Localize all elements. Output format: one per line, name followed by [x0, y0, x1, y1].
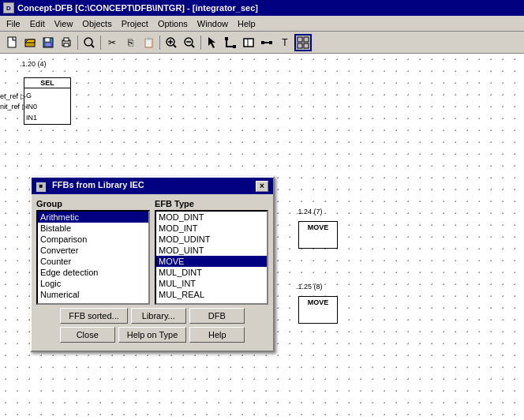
grid-button[interactable] [294, 34, 312, 51]
cut-button[interactable]: ✂ [103, 34, 121, 51]
menu-file[interactable]: File [2, 17, 25, 30]
efb-item-mod-udint[interactable]: MOD_UDINT [156, 234, 267, 245]
efb-column: EFB Type MOD_DINT MOD_INT MOD_UDINT MOD_… [155, 199, 268, 305]
group-column: Group Arithmetic Bistable Comparison Con… [36, 199, 150, 305]
efb-item-mul-int[interactable]: MUL_INT [156, 278, 267, 289]
move-block-1-title: MOVE [299, 222, 337, 233]
block-button[interactable] [240, 34, 257, 51]
ffb-dialog: ■ FFBs from Library IEC × Group Arithmet… [30, 176, 275, 352]
sel-input-g: G [26, 90, 69, 101]
menu-bar: File Edit View Objects Project Options W… [0, 16, 524, 32]
move-block-2[interactable]: MOVE [298, 296, 338, 324]
dialog-title-text: FFBs from Library IEC [52, 180, 144, 189]
sel-input-in1: IN1 [26, 112, 69, 123]
dialog-close-button[interactable]: × [256, 181, 268, 192]
menu-project[interactable]: Project [117, 17, 153, 30]
svg-rect-21 [244, 39, 253, 47]
paste-button[interactable]: 📋 [140, 34, 157, 51]
svg-rect-0 [8, 37, 16, 47]
open-button[interactable] [21, 34, 39, 51]
print-button[interactable] [58, 34, 75, 51]
zoom-out-button[interactable] [181, 34, 198, 51]
sel-block[interactable]: SEL G IN0 IN1 [24, 77, 71, 125]
help-button[interactable]: Help [189, 327, 245, 343]
wire-button[interactable] [258, 34, 275, 51]
title-text: Concept-DFB [C:\CONCEPT\DFB\INTGR] - [in… [17, 3, 258, 13]
group-header: Group [36, 199, 150, 208]
svg-rect-5 [45, 43, 51, 47]
efb-item-mod-int[interactable]: MOD_INT [156, 223, 267, 234]
connector-et-ref: et_ref ▷ [0, 92, 26, 100]
button-row-2: Close Help on Type Help [36, 327, 268, 343]
svg-line-12 [174, 45, 176, 47]
sel-block-position: .1.20 (4) [20, 60, 47, 68]
app-icon: D [3, 2, 14, 13]
sel-block-body: G IN0 IN1 [24, 88, 70, 125]
svg-rect-8 [64, 43, 69, 47]
help-on-type-button[interactable]: Help on Type [118, 327, 187, 343]
efb-item-mod-dint[interactable]: MOD_DINT [156, 212, 267, 223]
save-button[interactable] [39, 34, 57, 51]
group-item-logic[interactable]: Logic [38, 278, 148, 289]
svg-rect-26 [298, 37, 302, 42]
efb-header: EFB Type [155, 199, 268, 208]
menu-window[interactable]: Window [193, 17, 233, 30]
zoom-in-button[interactable] [163, 34, 180, 51]
svg-line-10 [92, 45, 94, 47]
close-button[interactable]: Close [60, 327, 115, 343]
menu-edit[interactable]: Edit [25, 17, 50, 30]
connector-nit-ref: nit_ref ▷ [0, 103, 28, 111]
button-row-1: FFB sorted... Library... DFB [36, 308, 268, 324]
separator-1 [77, 36, 78, 50]
efb-item-mul-real[interactable]: MUL_REAL [156, 289, 267, 300]
efb-item-mul-dint[interactable]: MUL_DINT [156, 267, 267, 278]
move-block1-position: .1.24 (7) [296, 208, 323, 216]
efb-listbox[interactable]: MOD_DINT MOD_INT MOD_UDINT MOD_UINT MOVE… [155, 210, 268, 305]
svg-rect-20 [233, 45, 236, 48]
svg-rect-27 [304, 37, 309, 42]
group-item-comparison[interactable]: Comparison [38, 234, 148, 245]
group-listbox[interactable]: Arithmetic Bistable Comparison Converter… [36, 210, 150, 305]
menu-objects[interactable]: Objects [77, 17, 116, 30]
group-item-numerical[interactable]: Numerical [38, 289, 148, 300]
efb-item-move[interactable]: MOVE [156, 256, 267, 267]
move-block-2-title: MOVE [299, 297, 337, 308]
copy-button[interactable]: ⎘ [122, 34, 139, 51]
svg-rect-29 [304, 43, 309, 48]
dialog-body: Group Arithmetic Bistable Comparison Con… [32, 194, 273, 351]
new-button[interactable] [3, 34, 21, 51]
svg-rect-24 [261, 41, 264, 44]
dfb-button[interactable]: DFB [189, 308, 245, 324]
svg-point-9 [84, 38, 92, 46]
dialog-columns: Group Arithmetic Bistable Comparison Con… [36, 199, 268, 305]
group-item-arithmetic[interactable]: Arithmetic [38, 212, 148, 223]
move-block-1[interactable]: MOVE [298, 221, 338, 249]
group-item-edge[interactable]: Edge detection [38, 267, 148, 278]
svg-marker-18 [208, 37, 215, 48]
text-button[interactable]: T [276, 34, 294, 51]
library-button[interactable]: Library... [131, 308, 186, 324]
separator-3 [159, 36, 160, 50]
svg-rect-7 [64, 38, 69, 41]
find-button[interactable] [80, 34, 98, 51]
group-item-counter[interactable]: Counter [38, 256, 148, 267]
svg-rect-19 [225, 37, 228, 40]
dialog-title-content: ■ FFBs from Library IEC [36, 180, 144, 192]
group-item-converter[interactable]: Converter [38, 245, 148, 256]
group-item-bistable[interactable]: Bistable [38, 223, 148, 234]
ffb-sorted-button[interactable]: FFB sorted... [60, 308, 128, 324]
sel-block-title: SEL [24, 78, 70, 88]
svg-line-16 [192, 45, 194, 47]
efb-item-mod-uint[interactable]: MOD_UINT [156, 245, 267, 256]
move-block2-position: .1.25 (8) [296, 283, 323, 291]
separator-2 [100, 36, 101, 50]
menu-help[interactable]: Help [233, 17, 260, 30]
title-bar: D Concept-DFB [C:\CONCEPT\DFB\INTGR] - [… [0, 0, 524, 16]
corner-button[interactable] [222, 34, 239, 51]
dialog-title-bar: ■ FFBs from Library IEC × [32, 178, 273, 194]
menu-view[interactable]: View [50, 17, 78, 30]
menu-options[interactable]: Options [153, 17, 193, 30]
sel-input-in0: IN0 [26, 101, 69, 112]
main-canvas[interactable]: .1.20 (4) SEL G IN0 IN1 et_ref ▷ nit_ref… [0, 54, 524, 420]
select-button[interactable] [204, 34, 221, 51]
